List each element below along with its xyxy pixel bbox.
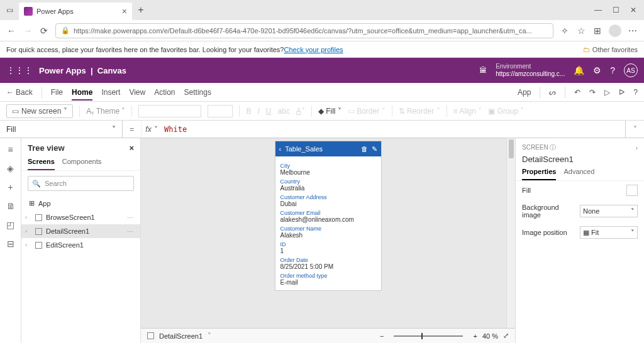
zoom-out-icon[interactable]: −	[380, 332, 384, 340]
property-selector[interactable]: Fill˅	[0, 121, 123, 138]
tree-search[interactable]: 🔍 Search	[28, 176, 134, 191]
share-icon[interactable]: ᔕ	[549, 88, 556, 97]
play-icon[interactable]: ▷	[604, 88, 610, 97]
field-label: Customer Email	[280, 210, 376, 216]
tree-app-node[interactable]: ⊞ App	[21, 196, 140, 210]
tab-screens[interactable]: Screens	[28, 158, 55, 170]
menu-view[interactable]: View	[129, 88, 145, 97]
menu-home[interactable]: Home	[72, 88, 92, 101]
border-button[interactable]: ▭ Border ˅	[348, 107, 386, 116]
fill-button[interactable]: ◆ Fill ˅	[318, 107, 341, 116]
settings-icon[interactable]: ⚙	[593, 65, 601, 75]
chevron-right-icon[interactable]: ›	[25, 228, 27, 234]
close-window-icon[interactable]: ✕	[629, 6, 638, 14]
more-options-icon[interactable]: ⋯	[127, 228, 134, 235]
app-help-icon[interactable]: ?	[633, 88, 638, 97]
menu-file[interactable]: File	[51, 88, 63, 97]
favorites-icon[interactable]: ☆	[576, 26, 586, 36]
user-avatar[interactable]: AS	[624, 63, 638, 77]
screen-icon	[35, 214, 42, 221]
menu-settings[interactable]: Settings	[184, 88, 211, 97]
notifications-icon[interactable]: 🔔	[574, 65, 584, 75]
environment-icon[interactable]: 🏛	[479, 66, 487, 75]
app-launcher-icon[interactable]: ⋮⋮⋮	[6, 65, 33, 75]
field-label: Order method type	[280, 273, 376, 279]
canvas-statusbar: DetailScreen1 ˅ − + 40 % ⤢	[141, 328, 515, 343]
align-button[interactable]: ≡ Align ˅	[453, 107, 482, 116]
tab-actions-icon[interactable]: ▭	[0, 6, 19, 14]
variables-icon[interactable]: ⊟	[7, 239, 14, 249]
reorder-button[interactable]: ⇅ Reorder ˅	[399, 107, 440, 116]
phone-preview[interactable]: ‹ Table_Sales 🗑 ✎ CityMelbourneCountryAu…	[275, 141, 382, 291]
back-button[interactable]: ← Back	[6, 88, 33, 97]
info-icon[interactable]: ⓘ	[550, 144, 556, 151]
group-button[interactable]: ▣ Group ˅	[488, 107, 524, 116]
status-screen-name[interactable]: DetailScreen1	[159, 332, 203, 340]
tree-view-icon[interactable]: ≡	[8, 144, 13, 155]
tree-edit-screen[interactable]: › EditScreen1	[21, 238, 140, 252]
imgpos-dropdown[interactable]: ▦ Fit˅	[580, 226, 638, 239]
menu-insert[interactable]: Insert	[101, 88, 120, 97]
chevron-right-icon[interactable]: ›	[25, 242, 27, 248]
tab-components[interactable]: Components	[62, 158, 101, 170]
undo-icon[interactable]: ↶	[574, 88, 580, 97]
formula-input[interactable]: White	[160, 125, 625, 134]
check-profiles-link[interactable]: Check your profiles	[284, 46, 343, 53]
back-icon[interactable]: ←	[6, 26, 16, 36]
delete-icon[interactable]: 🗑	[361, 145, 368, 153]
read-aloud-icon[interactable]: ✧	[560, 26, 570, 36]
fit-icon[interactable]: ⤢	[503, 332, 509, 340]
help-icon[interactable]: ?	[610, 65, 615, 75]
tab-close-icon[interactable]: ×	[122, 6, 127, 16]
data-icon[interactable]: 🗎	[6, 201, 15, 211]
fx-label[interactable]: fx˅	[142, 125, 160, 134]
refresh-icon[interactable]: ⟳	[39, 26, 49, 36]
browser-tab[interactable]: Power Apps ×	[19, 3, 132, 20]
more-icon[interactable]: ⋯	[628, 26, 638, 36]
insert-pane-icon[interactable]: ◈	[7, 163, 14, 173]
underline-icon: U	[266, 107, 272, 116]
redo-icon[interactable]: ↷	[589, 88, 596, 97]
browser-titlebar: ▭ Power Apps × + — ☐ ✕	[0, 0, 644, 20]
add-icon[interactable]: +	[8, 182, 13, 192]
tree-browse-screen[interactable]: › BrowseScreen1 ⋯	[21, 210, 140, 224]
tab-advanced[interactable]: Advanced	[564, 168, 594, 180]
canvas-scrollbar[interactable]	[506, 138, 515, 328]
chevron-right-icon[interactable]: ›	[25, 214, 27, 220]
theme-button[interactable]: Aᵧ Theme ˅	[86, 107, 125, 116]
zoom-slider[interactable]	[394, 335, 463, 337]
chevron-down-icon[interactable]: ˅	[208, 332, 211, 340]
prop-imgpos-label: Image position	[522, 229, 576, 236]
maximize-icon[interactable]: ☐	[611, 6, 620, 14]
other-favorites-label[interactable]: Other favorites	[592, 46, 638, 53]
new-tab-button[interactable]: +	[132, 4, 150, 16]
screen-icon	[35, 228, 42, 235]
back-arrow-icon[interactable]: ‹	[279, 145, 282, 153]
fill-color-swatch[interactable]	[626, 185, 638, 196]
font-dropdown[interactable]	[138, 105, 201, 117]
url-text: https://make.powerapps.com/e/Default-d6b…	[74, 27, 532, 35]
collections-icon[interactable]: ⊞	[592, 26, 602, 36]
expand-formula-icon[interactable]: ˅	[625, 121, 644, 138]
media-icon[interactable]: ◰	[6, 220, 14, 230]
chevron-right-icon[interactable]: ›	[636, 144, 638, 151]
menu-action[interactable]: Action	[154, 88, 175, 97]
edit-icon[interactable]: ✎	[372, 145, 377, 153]
more-options-icon[interactable]: ⋯	[127, 214, 134, 221]
italic-icon: I	[257, 107, 259, 116]
tree-close-icon[interactable]: ×	[129, 143, 134, 153]
new-screen-button[interactable]: ▭ New screen ˅	[6, 104, 73, 118]
url-field[interactable]: 🔒 https://make.powerapps.com/e/Default-d…	[55, 23, 553, 38]
fontsize-dropdown[interactable]	[208, 105, 233, 117]
left-rail: ≡ ◈ + 🗎 ◰ ⊟	[0, 138, 21, 343]
tree-detail-screen[interactable]: › DetailScreen1 ⋯	[21, 224, 140, 238]
app-button[interactable]: App	[518, 88, 531, 97]
profile-icon[interactable]	[609, 24, 621, 37]
minimize-icon[interactable]: —	[594, 6, 602, 14]
canvas-area[interactable]: ‹ Table_Sales 🗑 ✎ CityMelbourneCountryAu…	[141, 138, 515, 328]
zoom-in-icon[interactable]: +	[473, 332, 477, 340]
bgimage-dropdown[interactable]: None˅	[580, 205, 638, 217]
preview-icon[interactable]: ᐅ	[619, 88, 625, 97]
tab-properties[interactable]: Properties	[522, 168, 556, 180]
environment-selector[interactable]: Environment https://amzconsulting.c...	[496, 63, 565, 78]
